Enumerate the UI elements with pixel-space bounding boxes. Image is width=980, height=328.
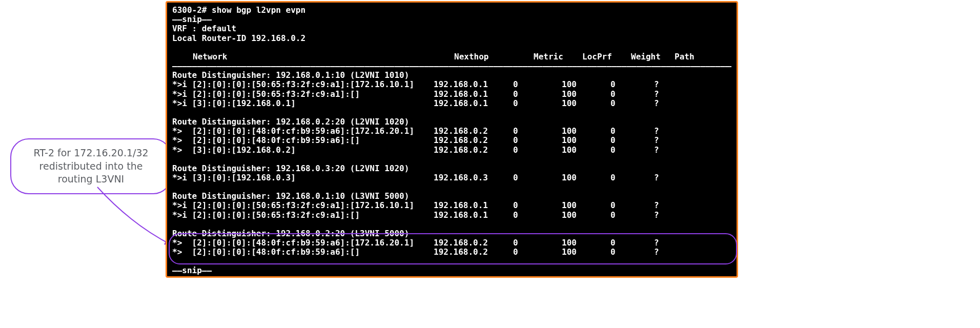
cell-path: ? [654, 146, 675, 155]
column-header-row: Network Nexthop Metric LocPrf Weight Pat… [172, 52, 731, 61]
cell-metric: 0 [513, 90, 562, 99]
cell-weight: 0 [610, 201, 654, 210]
rd-header-text: Route Distinguisher: 192.168.0.3:20 (L2V… [172, 163, 409, 173]
cell-metric: 0 [513, 127, 562, 136]
col-nexthop: Nexthop [454, 52, 534, 61]
cell-metric: 0 [513, 173, 562, 182]
cell-path: ? [654, 211, 675, 220]
blank-line [172, 182, 731, 192]
cell-locprf: 100 [562, 173, 610, 182]
cell-network: *> [2]:[0]:[0]:[48:0f:cf:b9:59:a6]:[] [172, 248, 434, 257]
cell-nexthop: 192.168.0.2 [434, 146, 513, 155]
cell-path: ? [654, 90, 675, 99]
rd-header: Route Distinguisher: 192.168.0.1:10 (L3V… [172, 192, 731, 201]
route-row: *>i [2]:[0]:[0]:[50:65:f3:2f:c9:a1]:[172… [172, 80, 731, 89]
cell-network: *> [2]:[0]:[0]:[48:0f:cf:b9:59:a6]:[172.… [172, 127, 434, 136]
route-row: *> [2]:[0]:[0]:[48:0f:cf:b9:59:a6]:[172.… [172, 238, 731, 248]
cell-weight: 0 [610, 173, 654, 182]
cell-path: ? [654, 136, 675, 145]
route-row: *>i [2]:[0]:[0]:[50:65:f3:2f:c9:a1]:[]19… [172, 211, 731, 220]
col-network: Network [172, 52, 454, 61]
cell-network: *> [2]:[0]:[0]:[48:0f:cf:b9:59:a6]:[172.… [172, 238, 434, 248]
cell-metric: 0 [513, 136, 562, 145]
cell-metric: 0 [513, 211, 562, 220]
cell-locprf: 100 [562, 80, 610, 89]
cell-locprf: 100 [562, 90, 610, 99]
cell-path: ? [654, 80, 675, 89]
cell-nexthop: 192.168.0.1 [434, 211, 513, 220]
cell-path: ? [654, 127, 675, 136]
cell-metric: 0 [513, 238, 562, 248]
cell-weight: 0 [610, 90, 654, 99]
route-row: *> [2]:[0]:[0]:[48:0f:cf:b9:59:a6]:[]192… [172, 248, 731, 257]
blank-line [172, 220, 731, 229]
terminal-window[interactable]: 6300-2# show bgp l2vpn evpn ——snip—— VRF… [166, 1, 738, 278]
cell-nexthop: 192.168.0.2 [434, 248, 513, 257]
rd-header: Route Distinguisher: 192.168.0.3:20 (L2V… [172, 164, 731, 173]
divider-line: ————————————————————————————————————————… [172, 61, 731, 71]
cell-path: ? [654, 99, 675, 108]
cell-metric: 0 [513, 80, 562, 89]
cell-network: *> [2]:[0]:[0]:[48:0f:cf:b9:59:a6]:[] [172, 136, 434, 145]
terminal-prompt: 6300-2# show bgp l2vpn evpn [172, 5, 305, 15]
cell-locprf: 100 [562, 136, 610, 145]
cell-network: *>i [2]:[0]:[0]:[50:65:f3:2f:c9:a1]:[] [172, 211, 434, 220]
cell-nexthop: 192.168.0.2 [434, 238, 513, 248]
cell-nexthop: 192.168.0.2 [434, 136, 513, 145]
cell-locprf: 100 [562, 99, 610, 108]
col-locprf: LocPrf [582, 52, 631, 61]
blank-line [172, 257, 731, 266]
cell-locprf: 100 [562, 127, 610, 136]
cell-weight: 0 [610, 136, 654, 145]
route-row: *>i [3]:[0]:[192.168.0.3]192.168.0.30100… [172, 173, 731, 182]
blank-line [172, 108, 731, 117]
cell-metric: 0 [513, 146, 562, 155]
cell-network: *> [3]:[0]:[192.168.0.2] [172, 146, 434, 155]
route-row: *> [3]:[0]:[192.168.0.2]192.168.0.201000… [172, 146, 731, 155]
cell-locprf: 100 [562, 211, 610, 220]
route-row: *>i [3]:[0]:[192.168.0.1]192.168.0.10100… [172, 99, 731, 108]
cell-path: ? [654, 201, 675, 210]
cell-network: *>i [2]:[0]:[0]:[50:65:f3:2f:c9:a1]:[172… [172, 201, 434, 210]
cell-weight: 0 [610, 80, 654, 89]
blank-line [172, 155, 731, 164]
cell-nexthop: 192.168.0.1 [434, 201, 513, 210]
cell-network: *>i [2]:[0]:[0]:[50:65:f3:2f:c9:a1]:[] [172, 90, 434, 99]
cell-nexthop: 192.168.0.2 [434, 127, 513, 136]
cell-weight: 0 [610, 211, 654, 220]
cell-metric: 0 [513, 99, 562, 108]
rd-header: Route Distinguisher: 192.168.0.2:20 (L3V… [172, 229, 731, 238]
cell-network: *>i [2]:[0]:[0]:[50:65:f3:2f:c9:a1]:[172… [172, 80, 434, 89]
cell-weight: 0 [610, 127, 654, 136]
cell-path: ? [654, 238, 675, 248]
cell-locprf: 100 [562, 248, 610, 257]
route-row: *>i [2]:[0]:[0]:[50:65:f3:2f:c9:a1]:[]19… [172, 90, 731, 99]
snip-bottom: ——snip—— [172, 265, 212, 275]
col-metric: Metric [534, 52, 582, 61]
cell-weight: 0 [610, 146, 654, 155]
cell-nexthop: 192.168.0.1 [434, 80, 513, 89]
cell-network: *>i [3]:[0]:[192.168.0.1] [172, 99, 434, 108]
snip-top: ——snip—— [172, 14, 212, 24]
stage: RT-2 for 172.16.20.1/32 redistributed in… [0, 0, 980, 328]
cell-nexthop: 192.168.0.3 [434, 173, 513, 182]
cell-nexthop: 192.168.0.1 [434, 99, 513, 108]
cell-path: ? [654, 173, 675, 182]
cell-weight: 0 [610, 99, 654, 108]
callout-text: RT-2 for 172.16.20.1/32 redistributed in… [33, 147, 148, 184]
col-path: Path [675, 52, 695, 61]
cell-network: *>i [3]:[0]:[192.168.0.3] [172, 173, 434, 182]
cell-locprf: 100 [562, 146, 610, 155]
cell-metric: 0 [513, 201, 562, 210]
rd-header: Route Distinguisher: 192.168.0.2:20 (L2V… [172, 117, 731, 127]
cell-weight: 0 [610, 238, 654, 248]
rd-header-text: Route Distinguisher: 192.168.0.2:20 (L2V… [172, 117, 409, 127]
rd-header-text: Route Distinguisher: 192.168.0.1:10 (L2V… [172, 70, 409, 80]
rd-header-text: Route Distinguisher: 192.168.0.2:20 (L3V… [172, 229, 409, 238]
col-weight: Weight [631, 52, 675, 61]
callout-bubble: RT-2 for 172.16.20.1/32 redistributed in… [10, 138, 172, 194]
rd-header: Route Distinguisher: 192.168.0.1:10 (L2V… [172, 71, 731, 80]
route-row: *>i [2]:[0]:[0]:[50:65:f3:2f:c9:a1]:[172… [172, 201, 731, 210]
route-groups: Route Distinguisher: 192.168.0.1:10 (L2V… [172, 71, 731, 257]
cell-locprf: 100 [562, 201, 610, 210]
